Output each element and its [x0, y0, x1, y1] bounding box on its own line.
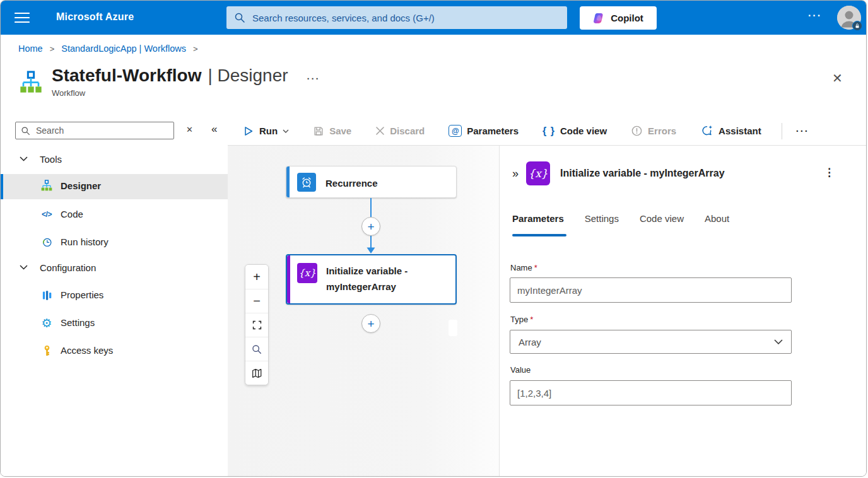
chevron-down-icon — [283, 129, 289, 133]
fit-view-button[interactable] — [245, 313, 268, 337]
portal-more-menu[interactable]: ··· — [808, 10, 822, 21]
sidebar-item-label: Designer — [61, 180, 101, 191]
node-title: Initialize variable - myIntegerArray — [326, 263, 443, 294]
workflow-icon — [40, 180, 53, 192]
azure-top-bar: Microsoft Azure Copilot ··· — [1, 1, 866, 35]
global-search-input[interactable] — [251, 12, 560, 24]
sidebar-item-access-keys[interactable]: Access keys — [1, 339, 228, 363]
hamburger-icon — [15, 12, 30, 23]
zoom-out-button[interactable]: − — [245, 289, 268, 313]
lock-icon — [854, 23, 860, 29]
recurrence-clock-icon — [297, 173, 316, 192]
chevron-down-icon — [774, 339, 783, 344]
active-tab-indicator — [512, 234, 566, 236]
tab-parameters[interactable]: Parameters — [512, 213, 564, 224]
panel-collapse-icon[interactable]: » — [508, 166, 522, 181]
breadcrumb-logicapp-workflows[interactable]: StandardLogicApp | Workflows — [61, 44, 186, 54]
copilot-button[interactable]: Copilot — [580, 6, 657, 30]
assistant-icon — [700, 124, 713, 137]
action-details-panel: » {x} Initialize variable - myIntegerArr… — [499, 146, 867, 477]
zoom-in-button[interactable]: + — [245, 265, 268, 289]
parameters-label: Parameters — [467, 125, 519, 136]
node-recurrence[interactable]: Recurrence — [286, 166, 457, 198]
type-field-label: Type* — [510, 315, 533, 324]
save-label: Save — [329, 125, 351, 136]
sidebar-collapse-icon[interactable]: « — [208, 122, 221, 136]
key-icon — [40, 344, 53, 357]
page-close-button[interactable]: ✕ — [828, 70, 847, 86]
canvas-scrollbar[interactable] — [449, 320, 457, 336]
sidebar-search-input[interactable] — [35, 125, 168, 136]
code-view-button[interactable]: { } Code view — [539, 125, 611, 137]
azure-portal-window: Microsoft Azure Copilot ··· — [0, 0, 867, 477]
workflow-canvas[interactable]: Recurrence + {x} Initialize variable - m… — [228, 146, 499, 477]
required-marker: * — [530, 315, 533, 324]
sidebar-item-label: Code — [61, 209, 83, 219]
sidebar-item-designer[interactable]: Designer — [1, 174, 228, 199]
panel-title: Initialize variable - myIntegerArray — [560, 168, 725, 179]
gear-icon: ⚙ — [40, 317, 53, 329]
sidebar-group-label: Tools — [40, 154, 62, 165]
tab-about[interactable]: About — [705, 213, 729, 224]
search-icon — [251, 344, 262, 355]
panel-more-options-icon[interactable]: ⋮ — [820, 165, 838, 180]
brand-title[interactable]: Microsoft Azure — [56, 11, 134, 23]
toolbar-more-button[interactable]: ··· — [792, 125, 813, 137]
insert-step-button[interactable]: + — [361, 217, 380, 236]
type-dropdown-value: Array — [519, 337, 541, 347]
run-history-icon — [40, 236, 53, 248]
panel-tabs: Parameters Settings Code view About — [512, 213, 729, 224]
sidebar-search-clear-icon[interactable]: ✕ — [182, 124, 197, 135]
search-icon — [21, 126, 30, 136]
sidebar-group-configuration[interactable]: Configuration — [1, 259, 228, 276]
map-icon — [251, 368, 262, 379]
at-icon: @ — [449, 125, 462, 137]
errors-label: Errors — [648, 125, 676, 136]
sidebar-item-run-history[interactable]: Run history — [1, 230, 228, 254]
canvas-search-button[interactable] — [245, 337, 268, 361]
error-icon — [631, 125, 643, 137]
page-title-block: Stateful-Workflow | Designer ··· Workflo… — [52, 66, 320, 98]
avatar[interactable] — [837, 6, 861, 30]
sidebar-item-code[interactable]: </> Code — [1, 202, 228, 226]
search-icon — [234, 12, 245, 23]
assistant-label: Assistant — [718, 125, 761, 136]
add-action-button[interactable]: + — [361, 314, 380, 333]
minimap-button[interactable] — [245, 361, 268, 385]
copilot-label: Copilot — [611, 13, 643, 23]
run-button[interactable]: Run — [239, 125, 293, 137]
properties-icon — [40, 289, 53, 301]
hamburger-menu-button[interactable] — [13, 11, 31, 25]
global-search — [226, 6, 567, 29]
save-button[interactable]: Save — [309, 125, 355, 137]
page-header: Stateful-Workflow | Designer ··· Workflo… — [18, 66, 320, 98]
tab-settings[interactable]: Settings — [585, 213, 619, 224]
sidebar-group-tools[interactable]: Tools — [1, 151, 228, 167]
node-title: Recurrence — [326, 175, 378, 191]
canvas-zoom-controls: + − — [245, 264, 269, 385]
node-initialize-variable[interactable]: {x} Initialize variable - myIntegerArray — [286, 254, 457, 305]
save-icon — [313, 125, 324, 137]
value-field[interactable] — [510, 380, 792, 405]
parameters-button[interactable]: @ Parameters — [445, 124, 522, 137]
errors-button[interactable]: Errors — [627, 124, 680, 137]
breadcrumb-separator: > — [193, 44, 198, 54]
node-color-stripe — [286, 166, 290, 197]
tab-code-view[interactable]: Code view — [640, 213, 684, 224]
assistant-button[interactable]: Assistant — [696, 124, 765, 138]
name-field-label: Name* — [510, 263, 537, 272]
close-icon — [375, 126, 385, 136]
discard-button[interactable]: Discard — [372, 125, 428, 137]
sidebar-item-label: Properties — [61, 289, 103, 300]
breadcrumb-home[interactable]: Home — [18, 44, 43, 54]
sidebar-item-label: Run history — [61, 236, 108, 247]
lock-badge — [852, 21, 862, 31]
sidebar-item-label: Access keys — [61, 345, 113, 356]
fit-view-icon — [252, 320, 262, 330]
title-more-menu[interactable]: ··· — [307, 73, 320, 84]
type-dropdown[interactable]: Array — [510, 330, 792, 354]
sidebar-item-properties[interactable]: Properties — [1, 283, 228, 307]
code-view-label: Code view — [560, 125, 607, 136]
name-field[interactable] — [510, 277, 792, 303]
sidebar-item-settings[interactable]: ⚙ Settings — [1, 311, 228, 335]
